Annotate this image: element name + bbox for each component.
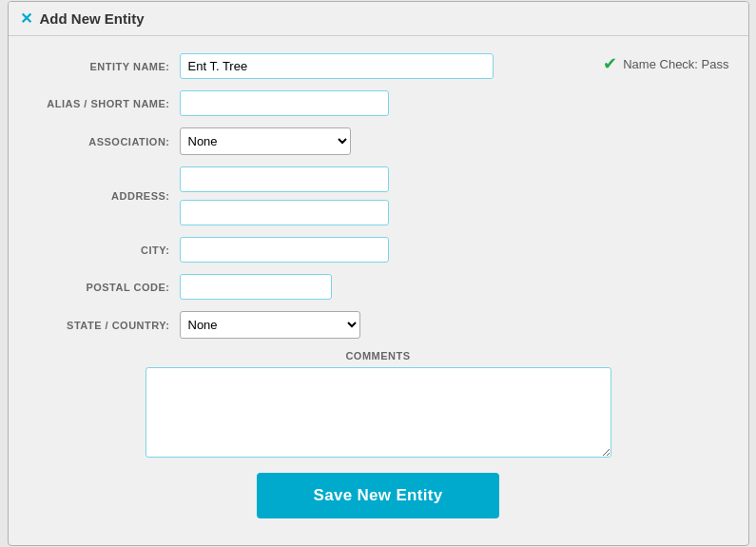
- address1-input[interactable]: [180, 166, 389, 192]
- dialog-body: ✔ Name Check: Pass ENTITY NAME: ALIAS / …: [9, 36, 748, 545]
- close-icon[interactable]: ✕: [20, 10, 32, 28]
- name-check-label: Name Check: Pass: [623, 57, 728, 71]
- state-label: STATE / COUNTRY:: [28, 320, 180, 331]
- comments-label: COMMENTS: [345, 350, 410, 361]
- checkmark-icon: ✔: [603, 53, 617, 74]
- association-select[interactable]: None: [180, 127, 351, 155]
- entity-name-input[interactable]: [180, 53, 494, 79]
- state-select[interactable]: None: [180, 311, 360, 339]
- postal-label: POSTAL CODE:: [28, 282, 180, 293]
- entity-name-label: ENTITY NAME:: [28, 61, 180, 72]
- save-new-entity-button[interactable]: Save New Entity: [257, 473, 500, 518]
- save-btn-row: Save New Entity: [28, 473, 729, 528]
- comments-textarea[interactable]: [145, 367, 611, 458]
- city-row: CITY:: [28, 237, 729, 263]
- association-label: ASSOCIATION:: [28, 136, 180, 147]
- address2-input[interactable]: [180, 200, 389, 225]
- comments-section: COMMENTS: [28, 350, 729, 458]
- city-label: CITY:: [28, 244, 180, 256]
- postal-input[interactable]: [180, 274, 332, 300]
- state-row: STATE / COUNTRY: None: [28, 311, 729, 339]
- address-fields: [180, 166, 389, 225]
- alias-row: ALIAS / SHORT NAME:: [28, 90, 729, 116]
- alias-label: ALIAS / SHORT NAME:: [28, 98, 180, 109]
- address-label: ADDRESS:: [28, 190, 180, 202]
- address-row: ADDRESS:: [28, 166, 729, 225]
- association-row: ASSOCIATION: None: [28, 127, 729, 155]
- dialog-title: Add New Entity: [40, 10, 145, 27]
- postal-row: POSTAL CODE:: [28, 274, 729, 300]
- city-input[interactable]: [180, 237, 389, 263]
- dialog-header: ✕ Add New Entity: [9, 2, 748, 36]
- alias-input[interactable]: [180, 90, 389, 116]
- add-new-entity-dialog: ✕ Add New Entity ✔ Name Check: Pass ENTI…: [8, 1, 749, 546]
- name-check-indicator: ✔ Name Check: Pass: [603, 53, 728, 74]
